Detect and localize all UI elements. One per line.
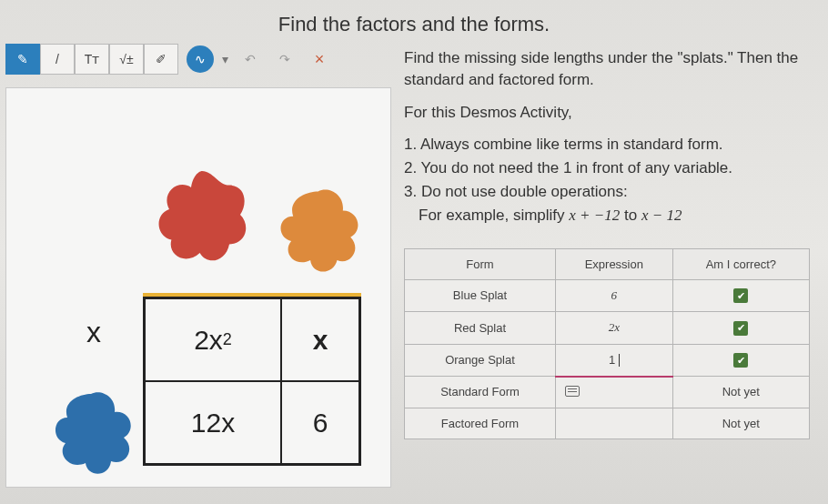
table-row: Red Splat2x✔ [405, 312, 810, 345]
cell-bottom-left: 12x [145, 381, 281, 464]
cell-top-right: x [281, 298, 359, 381]
math-tool-button[interactable]: √± [109, 44, 144, 75]
expression-cell[interactable]: 6 [555, 279, 672, 312]
red-splat [147, 166, 257, 275]
form-cell: Red Splat [405, 312, 556, 345]
status-cell: ✔ [672, 344, 809, 377]
tool-dropdown[interactable]: ▾ [217, 44, 233, 75]
status-cell: Not yet [672, 377, 809, 408]
instructions: Find the missing side lengths under the … [404, 47, 810, 227]
clear-button[interactable]: × [302, 44, 337, 75]
form-cell: Orange Splat [405, 344, 556, 377]
cell-bottom-right: 6 [281, 381, 359, 464]
check-icon: ✔ [733, 353, 748, 368]
freehand-tool-button[interactable]: ∿ [187, 45, 214, 73]
undo-button[interactable]: ↶ [233, 44, 268, 75]
answer-table: Form Expression Am I correct? Blue Splat… [404, 248, 810, 439]
instr-item2: 2. You do not need the 1 in front of any… [404, 157, 810, 179]
pen-tool-button[interactable]: ✎ [5, 44, 40, 75]
toolbar: ✎ / Tᴛ √± ✐ ∿ ▾ ↶ ↷ × [5, 44, 391, 75]
expression-cell[interactable]: 1 [555, 344, 672, 377]
instr-item3: 3. Do not use double operations: [404, 181, 810, 203]
table-row: Blue Splat6✔ [405, 279, 810, 312]
form-cell: Factored Form [405, 408, 556, 438]
text-tool-button[interactable]: Tᴛ [75, 44, 109, 75]
expression-cell[interactable]: 2x [555, 312, 672, 345]
expression-cell[interactable] [555, 377, 672, 408]
sketch-canvas[interactable]: x 2x2 x 12x 6 [5, 87, 391, 488]
col-expression: Expression [555, 248, 672, 279]
table-row: Standard FormNot yet [405, 377, 810, 408]
status-cell: ✔ [672, 312, 809, 345]
redo-button[interactable]: ↷ [268, 44, 302, 75]
table-row: Orange Splat1 ✔ [405, 344, 810, 377]
eraser-icon: ✐ [156, 52, 167, 66]
page-title: Find the factors and the forms. [0, 0, 828, 44]
area-model-grid: 2x2 x 12x 6 [143, 293, 361, 466]
keyboard-icon[interactable] [565, 386, 580, 397]
status-cell: ✔ [672, 279, 809, 312]
form-cell: Blue Splat [405, 279, 556, 312]
blue-splat [47, 388, 138, 479]
instr-item1: 1. Always combine like terms in standard… [404, 134, 810, 156]
cell-top-left: 2x2 [145, 298, 281, 381]
orange-splat [270, 184, 366, 279]
status-cell: Not yet [672, 408, 809, 438]
col-form: Form [405, 248, 556, 279]
check-icon: ✔ [733, 321, 748, 336]
form-cell: Standard Form [405, 377, 556, 408]
row-label-x: x [86, 316, 101, 349]
check-icon: ✔ [733, 288, 748, 303]
instr-line2: For this Desmos Activity, [404, 102, 810, 124]
col-correct: Am I correct? [672, 248, 809, 279]
instr-line1: Find the missing side lengths under the … [404, 47, 810, 91]
instr-item3b: For example, simplify x + −12 to x − 12 [419, 205, 810, 227]
table-row: Factored FormNot yet [405, 408, 810, 438]
expression-cell[interactable] [555, 408, 672, 438]
pen-icon: ✎ [17, 52, 28, 66]
eraser-tool-button[interactable]: ✐ [144, 44, 178, 75]
line-tool-button[interactable]: / [40, 44, 75, 75]
